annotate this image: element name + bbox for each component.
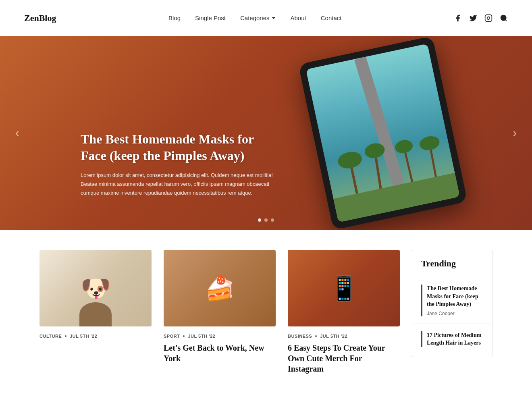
- instagram-icon[interactable]: [484, 14, 493, 22]
- svg-point-2: [501, 15, 506, 20]
- post-meta-3: BUSINESS JUL 5TH '22: [288, 334, 400, 339]
- svg-point-8: [364, 141, 386, 160]
- trending-box: Trending The Best Homemade Masks for Fac…: [412, 250, 493, 357]
- slider-dot-3[interactable]: [271, 218, 274, 222]
- posts-grid: CULTURE JUL 5TH '22 SPORT JUL 5TH '22 Le…: [39, 250, 400, 374]
- nav-single-post[interactable]: Single Post: [195, 15, 226, 21]
- post-card-3: BUSINESS JUL 5TH '22 6 Easy Steps To Cre…: [288, 250, 400, 374]
- post-title-3[interactable]: 6 Easy Steps To Create Your Own Cute Mer…: [288, 343, 400, 374]
- post-date-3: JUL 5TH '22: [320, 334, 347, 339]
- nav-about[interactable]: About: [291, 15, 306, 21]
- hero-content: The Best Homemade Masks for Face (keep t…: [81, 131, 282, 197]
- sidebar: Trending The Best Homemade Masks for Fac…: [412, 250, 493, 357]
- post-image-2: [164, 250, 276, 326]
- post-category-1: CULTURE: [39, 334, 62, 339]
- svg-point-12: [418, 135, 441, 152]
- facebook-icon[interactable]: [454, 14, 462, 22]
- nav-categories-label[interactable]: Categories: [240, 15, 270, 21]
- trending-title-1[interactable]: The Best Homemade Masks for Face (keep t…: [427, 285, 483, 308]
- main-content: CULTURE JUL 5TH '22 SPORT JUL 5TH '22 Le…: [0, 250, 532, 374]
- svg-point-6: [337, 150, 364, 171]
- trending-item-2-inner: 17 Pictures of Medium Length Hair in Lay…: [421, 331, 483, 347]
- post-category-2: SPORT: [164, 334, 180, 339]
- hero-title: The Best Homemade Masks for Face (keep t…: [81, 131, 282, 164]
- nav-categories[interactable]: Categories: [240, 15, 276, 21]
- trending-item-1-inner: The Best Homemade Masks for Face (keep t…: [421, 285, 483, 316]
- post-title-2[interactable]: Let's Get Back to Work, New York: [164, 343, 276, 364]
- site-header: ZenBlog Blog Single Post Categories Abou…: [0, 0, 532, 36]
- nav-contact[interactable]: Contact: [321, 15, 342, 21]
- svg-line-7: [373, 153, 383, 189]
- slider-next-button[interactable]: ›: [506, 123, 524, 143]
- post-card-1: CULTURE JUL 5TH '22: [39, 250, 152, 374]
- food-image: [164, 250, 276, 326]
- separator-1: [65, 335, 66, 337]
- post-card-2: SPORT JUL 5TH '22 Let's Get Back to Work…: [164, 250, 276, 374]
- nav-blog[interactable]: Blog: [168, 15, 181, 21]
- svg-rect-4: [333, 173, 460, 222]
- chevron-down-icon: [271, 16, 276, 21]
- separator-2: [183, 335, 185, 337]
- post-image-1: [39, 250, 152, 326]
- svg-rect-0: [485, 15, 492, 21]
- slider-dots: [258, 218, 274, 222]
- post-category-3: BUSINESS: [288, 334, 312, 339]
- svg-line-9: [404, 148, 412, 182]
- slider-prev-button[interactable]: ‹: [8, 123, 26, 143]
- logo[interactable]: ZenBlog: [24, 13, 56, 23]
- post-date-2: JUL 5TH '22: [188, 334, 215, 339]
- hero-description: Lorem ipsum dolor sit amet, consectetur …: [81, 171, 282, 197]
- search-icon[interactable]: [500, 14, 508, 22]
- trending-title-2[interactable]: 17 Pictures of Medium Length Hair in Lay…: [427, 331, 483, 347]
- post-date-1: JUL 5TH '22: [70, 334, 97, 339]
- dog-image: [39, 250, 152, 326]
- social-icons: [454, 14, 508, 22]
- slider-dot-1[interactable]: [258, 218, 261, 222]
- separator-3: [315, 335, 317, 337]
- hero-slider: ‹ › The Best Homemade Masks for Face (ke…: [0, 36, 532, 230]
- post-meta-1: CULTURE JUL 5TH '22: [39, 334, 152, 339]
- trending-item-1: The Best Homemade Masks for Face (keep t…: [412, 277, 492, 324]
- tablet-image: [288, 250, 400, 326]
- main-nav: Blog Single Post Categories About Contac…: [168, 15, 341, 21]
- trending-author-1: Jane Cooper: [427, 311, 483, 316]
- trending-header: Trending: [412, 250, 492, 277]
- post-image-3: [288, 250, 400, 326]
- svg-point-10: [394, 139, 414, 155]
- twitter-icon[interactable]: [469, 14, 477, 22]
- hero-tablet-visual: [314, 48, 451, 218]
- trending-item-2: 17 Pictures of Medium Length Hair in Lay…: [412, 324, 492, 357]
- slider-dot-2[interactable]: [264, 218, 268, 222]
- post-meta-2: SPORT JUL 5TH '22: [164, 334, 276, 339]
- svg-line-3: [505, 19, 507, 21]
